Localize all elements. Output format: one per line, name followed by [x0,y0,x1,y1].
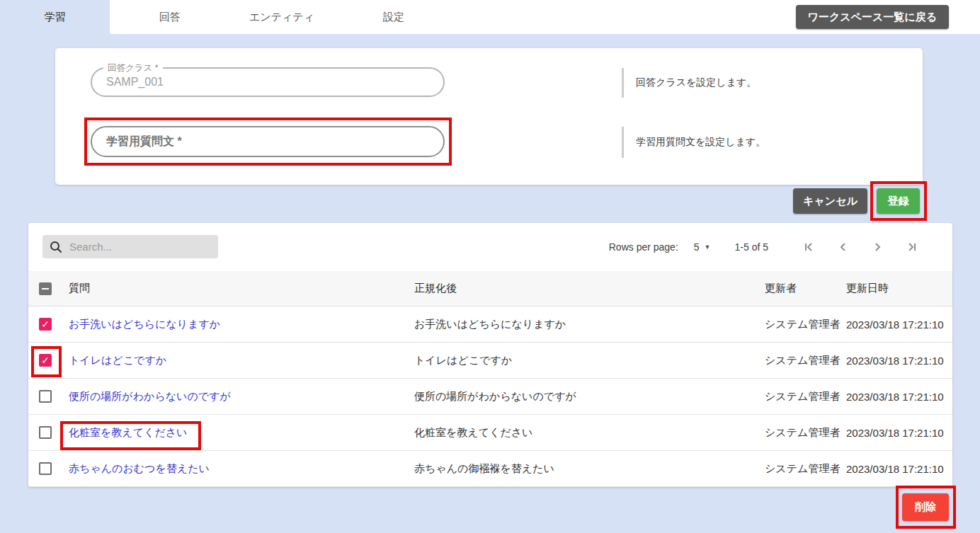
search-icon [50,241,62,253]
rows-per-page-select[interactable]: 5 ▼ [694,241,711,253]
rows-per-page-value: 5 [694,241,700,253]
chevron-down-icon: ▼ [705,243,711,251]
question-text-field [91,126,445,157]
select-all-checkbox[interactable] [39,282,52,295]
tab-entity[interactable]: エンティティ [226,0,338,34]
cancel-button[interactable]: キャンセル [793,188,867,214]
normalized-text: 化粧室を教えてください [414,426,765,440]
question-text-help: 学習用質問文を設定します。 [622,127,919,158]
question-text-help-text: 学習用質問文を設定します。 [636,136,765,149]
table-row: 便所の場所がわからないのですが 便所の場所がわからないのですが システム管理者 … [28,379,952,415]
question-text-input[interactable] [106,127,428,156]
previous-page-button[interactable] [835,239,852,256]
question-link[interactable]: 赤ちゃんのおむつを替えたい [69,462,210,474]
training-form-card: 回答クラス * 回答クラスを設定します。 学習用質問文を設定します。 [55,48,923,185]
last-page-button[interactable] [903,239,920,256]
normalized-text: トイレはどこですか [414,354,765,367]
table-row: 赤ちゃんのおむつを替えたい 赤ちゃんの御襁褓を替えたい システム管理者 2023… [28,451,952,487]
rows-per-page-label: Rows per page: [609,241,678,253]
table-row: お手洗いはどちらになりますか お手洗いはどちらになりますか システム管理者 20… [28,306,952,343]
updated-by: システム管理者 [765,390,846,403]
updated-at: 2023/03/18 17:21:10 [846,427,952,439]
column-header-updated-at: 更新日時 [846,282,952,295]
row-checkbox[interactable] [39,426,52,439]
tab-bar: 学習 回答 エンティティ 設定 ワークスペース一覧に戻る [0,0,980,34]
table-header-row: 質問 正規化後 更新者 更新日時 [28,271,952,306]
chevron-left-icon [836,240,850,254]
search-input[interactable] [69,241,204,253]
updated-by: システム管理者 [765,462,846,476]
last-page-icon [904,240,918,254]
row-checkbox[interactable] [39,318,52,331]
question-table-card: Rows per page: 5 ▼ 1-5 of 5 [28,223,952,487]
updated-by: システム管理者 [765,426,846,440]
pagination-range: 1-5 of 5 [735,241,768,253]
table-row: 化粧室を教えてください 化粧室を教えてください システム管理者 2023/03/… [28,415,952,451]
answer-class-input[interactable] [106,69,428,96]
first-page-icon [802,240,816,254]
column-header-normalized: 正規化後 [414,282,765,295]
tab-settings[interactable]: 設定 [338,0,450,34]
updated-at: 2023/03/18 17:21:10 [846,355,952,367]
row-checkbox[interactable] [39,390,52,403]
register-button[interactable]: 登録 [877,188,920,214]
updated-at: 2023/03/18 17:21:10 [846,319,952,331]
chevron-right-icon [870,240,884,254]
answer-class-help-text: 回答クラスを設定します。 [636,76,756,89]
normalized-text: お手洗いはどちらになりますか [414,318,765,331]
back-to-workspace-list-button[interactable]: ワークスペース一覧に戻る [796,5,949,29]
question-link[interactable]: 便所の場所がわからないのですが [69,390,231,402]
row-checkbox[interactable] [39,462,52,475]
updated-at: 2023/03/18 17:21:10 [846,463,952,475]
column-header-question: 質問 [69,282,414,295]
search-box [42,235,218,258]
first-page-button[interactable] [801,239,818,256]
updated-by: システム管理者 [765,318,846,331]
normalized-text: 便所の場所がわからないのですが [414,390,765,403]
row-checkbox[interactable] [39,354,52,367]
question-link[interactable]: お手洗いはどちらになりますか [69,318,220,330]
answer-class-field: 回答クラス * [91,67,445,97]
updated-at: 2023/03/18 17:21:10 [846,391,952,403]
tab-learning[interactable]: 学習 [0,0,110,34]
column-header-updated-by: 更新者 [765,282,846,295]
normalized-text: 赤ちゃんの御襁褓を替えたい [414,462,765,476]
delete-button[interactable]: 削除 [902,493,949,521]
tab-answer[interactable]: 回答 [114,0,226,34]
pagination-bar: Rows per page: 5 ▼ 1-5 of 5 [609,235,920,258]
updated-by: システム管理者 [765,354,846,367]
question-link[interactable]: トイレはどこですか [69,354,166,366]
next-page-button[interactable] [869,239,886,256]
table-row: トイレはどこですか トイレはどこですか システム管理者 2023/03/18 1… [28,343,952,379]
question-link[interactable]: 化粧室を教えてください [69,426,187,438]
answer-class-help: 回答クラスを設定します。 [622,68,919,98]
